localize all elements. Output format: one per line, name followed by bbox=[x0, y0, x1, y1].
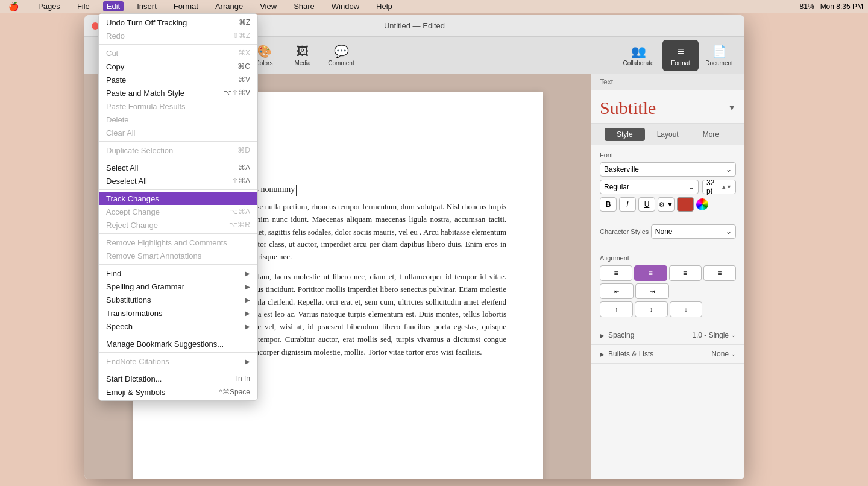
bullets-value: None bbox=[711, 350, 729, 358]
toolbar-comment-label: Comment bbox=[328, 60, 354, 66]
menu-item-find[interactable]: Find▶ bbox=[99, 267, 257, 280]
menu-item-shortcut-reject-change: ⌥⌘R bbox=[229, 221, 250, 229]
font-size-stepper[interactable]: ▲▼ bbox=[721, 184, 732, 190]
bold-button[interactable]: B bbox=[600, 197, 617, 212]
font-label: Font bbox=[600, 151, 736, 159]
toolbar-document-label: Document bbox=[705, 60, 733, 66]
menubar-format[interactable]: Format bbox=[170, 1, 202, 11]
panel-tab-more[interactable]: More bbox=[691, 128, 731, 141]
bullets-arrow: ▶ bbox=[600, 351, 605, 358]
alignment-label: Alignment bbox=[600, 254, 736, 262]
align-justify-btn[interactable]: ≡ bbox=[703, 265, 736, 281]
menu-item-label-dictation: Start Dictation... bbox=[106, 374, 231, 383]
menu-item-undo[interactable]: Undo Turn Off Tracking⌘Z bbox=[99, 16, 257, 29]
menubar-insert[interactable]: Insert bbox=[133, 1, 160, 11]
menubar-share[interactable]: Share bbox=[290, 1, 318, 11]
align-center-btn[interactable]: ≡ bbox=[634, 265, 667, 281]
toolbar-format-btn[interactable]: ≡ Format bbox=[662, 40, 699, 71]
right-panel: Text Subtitle ▼ Style Layout More Font B… bbox=[591, 74, 744, 479]
menu-item-deselect-all[interactable]: Deselect All⇧⌘A bbox=[99, 174, 257, 188]
menu-separator bbox=[99, 264, 257, 265]
menubar-pages[interactable]: Pages bbox=[34, 1, 64, 11]
panel-tab-layout[interactable]: Layout bbox=[645, 128, 691, 141]
menu-item-clear-all: Clear All bbox=[99, 126, 257, 139]
menubar-view[interactable]: View bbox=[256, 1, 280, 11]
font-color-swatch[interactable] bbox=[677, 197, 694, 212]
align-right-btn[interactable]: ≡ bbox=[669, 265, 702, 281]
toolbar-document-btn[interactable]: 📄 Document bbox=[701, 40, 737, 71]
spacing-stepper: ⌄ bbox=[731, 332, 736, 338]
spacing-value: 1.0 - Single bbox=[692, 331, 729, 339]
subtitle-text: Subtitle bbox=[600, 98, 656, 118]
window-title: Untitled — Edited bbox=[384, 21, 445, 30]
menu-item-label-remove-smart: Remove Smart Annotations bbox=[106, 251, 250, 260]
menu-item-substitutions[interactable]: Substitutions▶ bbox=[99, 293, 257, 306]
bullets-row[interactable]: ▶ Bullets & Lists None ⌄ bbox=[591, 345, 744, 364]
menu-item-spelling[interactable]: Spelling and Grammar▶ bbox=[99, 280, 257, 293]
menu-separator bbox=[99, 44, 257, 45]
vert-top-btn[interactable]: ↑ bbox=[600, 301, 633, 317]
font-family-arrow: ⌄ bbox=[726, 165, 732, 174]
alignment-section: Alignment ≡ ≡ ≡ ≡ ⇤ ⇥ ↑ ↕ ↓ bbox=[591, 248, 744, 326]
toolbar-format-label: Format bbox=[671, 60, 690, 66]
menu-item-transformations[interactable]: Transformations▶ bbox=[99, 306, 257, 320]
toolbar-right-btns: 👥 Collaborate ≡ Format 📄 Document bbox=[617, 40, 737, 71]
menu-item-shortcut-paste: ⌘V bbox=[238, 75, 250, 84]
font-style-select[interactable]: Regular ⌄ bbox=[600, 180, 699, 194]
align-left-btn[interactable]: ≡ bbox=[600, 265, 632, 281]
menu-item-bookmark[interactable]: Manage Bookmark Suggestions... bbox=[99, 337, 257, 350]
format-icon: ≡ bbox=[677, 45, 684, 58]
menu-item-shortcut-select-all: ⌘A bbox=[238, 163, 250, 172]
menu-item-redo: Redo⇧⌘Z bbox=[99, 29, 257, 42]
menubar-edit[interactable]: Edit bbox=[103, 1, 124, 11]
menu-item-speech[interactable]: Speech▶ bbox=[99, 320, 257, 333]
vert-bottom-btn[interactable]: ↓ bbox=[670, 301, 703, 317]
spacing-label: Spacing bbox=[608, 331, 634, 339]
menu-item-label-paste: Paste bbox=[106, 75, 233, 84]
font-size-field[interactable]: 32 pt ▲▼ bbox=[702, 180, 736, 194]
indent-increase-btn[interactable]: ⇥ bbox=[635, 283, 669, 299]
subtitle-dropdown-arrow[interactable]: ▼ bbox=[728, 103, 736, 113]
toolbar-comment-btn[interactable]: 💬 Comment bbox=[323, 40, 359, 71]
panel-tab-style[interactable]: Style bbox=[605, 128, 645, 141]
apple-menu[interactable]: 🍎 bbox=[5, 1, 22, 12]
vert-center-btn[interactable]: ↕ bbox=[635, 301, 668, 317]
menu-item-label-deselect-all: Deselect All bbox=[106, 177, 227, 186]
char-styles-select[interactable]: None ⌄ bbox=[651, 224, 736, 239]
menu-separator bbox=[99, 233, 257, 234]
toolbar-collaborate-btn[interactable]: 👥 Collaborate bbox=[617, 40, 660, 71]
menu-item-paste-match[interactable]: Paste and Match Style⌥⇧⌘V bbox=[99, 86, 257, 99]
menu-separator bbox=[99, 159, 257, 159]
menu-item-label-emoji: Emoji & Symbols bbox=[106, 388, 214, 397]
menu-item-copy[interactable]: Copy⌘C bbox=[99, 60, 257, 73]
align-row-1: ≡ ≡ ≡ ≡ bbox=[600, 265, 736, 281]
menubar-file[interactable]: File bbox=[74, 1, 93, 11]
menubar-arrange[interactable]: Arrange bbox=[212, 1, 247, 11]
panel-text-label: Text bbox=[600, 78, 613, 86]
character-styles-section: Character Styles None ⌄ bbox=[591, 218, 744, 248]
menu-item-dictation[interactable]: Start Dictation...fn fn bbox=[99, 372, 257, 385]
panel-tabs: Style Layout More bbox=[591, 124, 744, 145]
menubar-window[interactable]: Window bbox=[328, 1, 363, 11]
menu-item-emoji[interactable]: Emoji & Symbols^⌘Space bbox=[99, 385, 257, 399]
menu-item-endnote: EndNote Citations▶ bbox=[99, 355, 257, 368]
spacing-row[interactable]: ▶ Spacing 1.0 - Single ⌄ bbox=[591, 326, 744, 345]
menu-item-paste[interactable]: Paste⌘V bbox=[99, 73, 257, 86]
menu-item-track-changes[interactable]: Track Changes bbox=[99, 192, 257, 205]
submenu-arrow-icon-transformations: ▶ bbox=[245, 310, 250, 317]
menu-item-label-paste-match: Paste and Match Style bbox=[106, 89, 219, 98]
font-family-select[interactable]: Baskerville ⌄ bbox=[600, 162, 736, 177]
text-options-button[interactable]: ⚙ ▼ bbox=[658, 197, 675, 212]
spacing-arrow: ▶ bbox=[600, 332, 605, 339]
menu-item-shortcut-deselect-all: ⇧⌘A bbox=[232, 177, 250, 185]
menu-item-select-all[interactable]: Select All⌘A bbox=[99, 161, 257, 174]
char-styles-value: None bbox=[655, 227, 673, 236]
underline-button[interactable]: U bbox=[638, 197, 655, 212]
color-wheel-button[interactable] bbox=[696, 198, 708, 210]
menubar-help[interactable]: Help bbox=[373, 1, 396, 11]
indent-decrease-btn[interactable]: ⇤ bbox=[600, 283, 634, 299]
menu-item-duplicate: Duplicate Selection⌘D bbox=[99, 144, 257, 157]
menu-item-label-duplicate: Duplicate Selection bbox=[106, 146, 233, 155]
italic-button[interactable]: I bbox=[619, 197, 636, 212]
toolbar-media-btn[interactable]: 🖼 Media bbox=[285, 40, 321, 71]
